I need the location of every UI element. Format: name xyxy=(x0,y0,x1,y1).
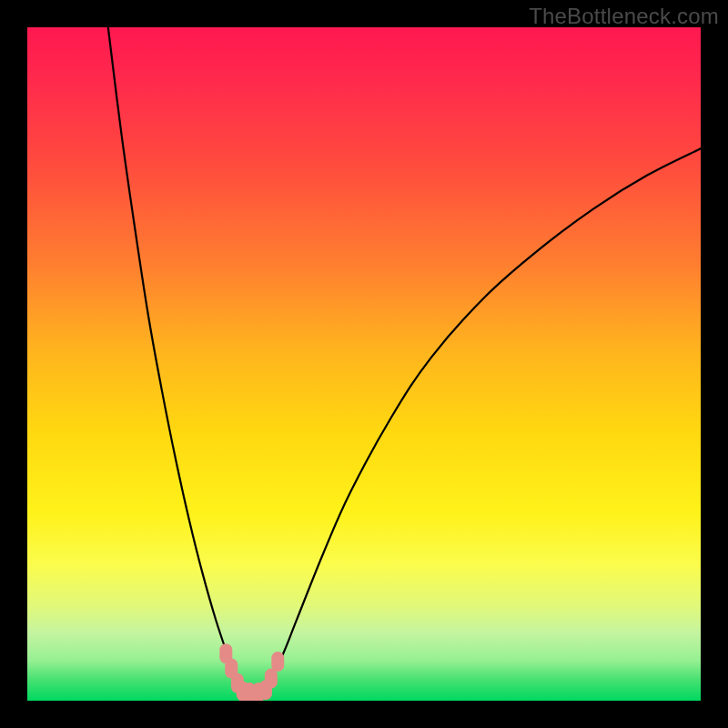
chart-svg xyxy=(27,27,701,701)
curve-right-curve xyxy=(263,148,701,693)
marker-layer xyxy=(219,643,284,701)
curve-layer xyxy=(108,27,701,694)
attribution-text: TheBottleneck.com xyxy=(529,4,719,29)
plot-area xyxy=(27,27,701,701)
data-marker xyxy=(271,652,284,672)
chart-frame: TheBottleneck.com xyxy=(0,0,728,728)
data-marker xyxy=(265,669,278,689)
curve-left-curve xyxy=(108,27,243,694)
